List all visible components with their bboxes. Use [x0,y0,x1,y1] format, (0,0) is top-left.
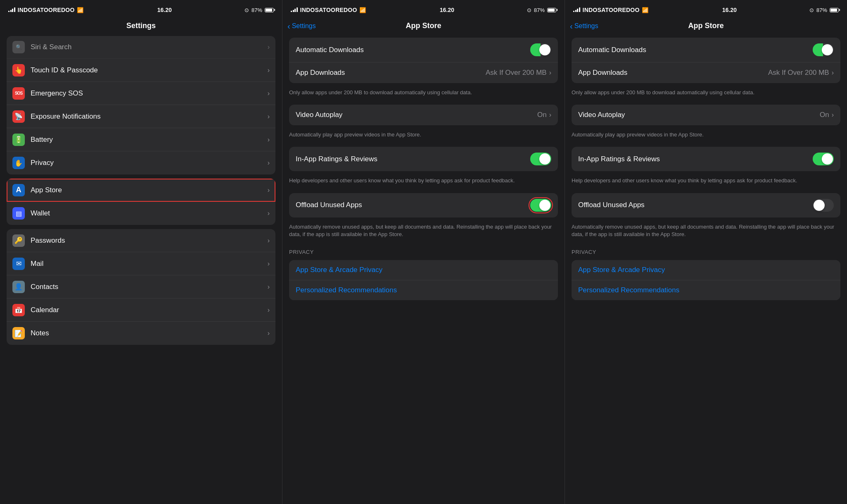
privacy-links-group-right: App Store & Arcade Privacy Personalized … [572,260,840,300]
arcade-privacy-link-right[interactable]: App Store & Arcade Privacy [572,260,840,280]
video-group-right: Video Autoplay On › [572,105,840,125]
battery-icon-left [265,8,274,12]
ratings-desc-right: Help developers and other users know wha… [565,174,847,189]
video-chevron-right: › [832,111,834,119]
settings-row-emergency[interactable]: SOS Emergency SOS › [7,82,275,105]
personalized-link-right[interactable]: Personalized Recommendations [572,280,840,300]
carrier-left: INDOSATOOREDOO 📶 [8,7,85,13]
nav-bar-right: ‹ Settings App Store [565,18,847,34]
privacy-section-label-right: PRIVACY [565,243,847,257]
settings-row-battery[interactable]: 🔋 Battery › [7,128,275,151]
battery-chevron: › [268,136,270,143]
auto-dl-row-middle[interactable]: Automatic Downloads [289,38,558,62]
video-row-right[interactable]: Video Autoplay On › [572,105,840,125]
appstore-icon: A [12,184,25,196]
auto-dl-toggle-right[interactable] [813,43,834,56]
right-panel: INDOSATOOREDOO 📶 16.20 ⊙ 87% ‹ Settings … [565,0,847,504]
battery-pct-left: 87% [251,7,262,13]
settings-row-touchid[interactable]: 👆 Touch ID & Passcode › [7,59,275,82]
offload-row-middle[interactable]: Offload Unused Apps [289,193,558,217]
offload-desc-right: Automatically remove unused apps, but ke… [565,221,847,243]
settings-row-calendar[interactable]: 📅 Calendar › [7,299,275,322]
back-label-middle: Settings [292,22,316,30]
personalized-link-middle[interactable]: Personalized Recommendations [289,280,558,300]
video-label-middle: Video Autoplay [296,111,537,119]
appstore-settings-right: Automatic Downloads App Downloads Ask If… [565,34,847,504]
offload-row-right[interactable]: Offload Unused Apps [572,193,840,217]
passwords-chevron: › [268,237,270,244]
exposure-icon: 📡 [12,110,25,123]
time-left: 16.20 [157,7,172,13]
settings-row-mail[interactable]: ✉ Mail › [7,252,275,275]
calendar-label: Calendar [31,306,268,314]
back-button-middle[interactable]: ‹ Settings [287,22,316,30]
back-chevron-right: ‹ [570,22,573,30]
video-chevron-middle: › [549,111,551,119]
battery-row-icon: 🔋 [12,134,25,146]
video-value-right: On [820,111,829,119]
wallet-label: Wallet [31,209,268,217]
video-desc-right: Automatically play app preview videos in… [565,129,847,143]
auto-dl-desc-right: Only allow apps under 200 MB to download… [565,86,847,101]
status-bar-left: INDOSATOOREDOO 📶 16.20 ⊙ 87% [0,0,282,18]
calendar-chevron: › [268,306,270,314]
app-dl-chevron-right: › [832,69,834,76]
status-right-right: ⊙ 87% [809,7,839,13]
offload-label-middle: Offload Unused Apps [296,201,530,209]
auto-dl-desc-middle: Only allow apps under 200 MB to download… [282,86,565,101]
video-row-middle[interactable]: Video Autoplay On › [289,105,558,125]
status-bar-right: INDOSATOOREDOO 📶 16.20 ⊙ 87% [565,0,847,18]
offload-toggle-middle[interactable] [530,199,551,212]
ratings-toggle-middle[interactable] [530,153,551,165]
status-bar-middle: INDOSATOOREDOO 📶 16.20 ⊙ 87% [282,0,565,18]
settings-row-appstore[interactable]: A App Store › [7,179,275,202]
time-middle: 16.20 [440,7,454,13]
back-button-right[interactable]: ‹ Settings [570,22,598,30]
offload-toggle-right[interactable] [813,199,834,212]
ratings-row-right[interactable]: In-App Ratings & Reviews [572,147,840,171]
wallet-chevron: › [268,210,270,217]
arcade-privacy-link-middle[interactable]: App Store & Arcade Privacy [289,260,558,280]
app-dl-label-middle: App Downloads [296,69,486,77]
settings-row-privacy[interactable]: ✋ Privacy › [7,151,275,174]
auto-dl-toggle-middle[interactable] [530,43,551,56]
section-group-3: 🔑 Passwords › ✉ Mail › 👤 Contacts › [7,229,275,345]
auto-dl-label-right: Automatic Downloads [578,46,813,54]
ratings-row-middle[interactable]: In-App Ratings & Reviews [289,147,558,171]
settings-row-notes[interactable]: 📝 Notes › [7,322,275,345]
arcade-privacy-label-right: App Store & Arcade Privacy [578,266,665,274]
app-dl-row-right[interactable]: App Downloads Ask If Over 200 MB › [572,62,840,83]
personalized-label-right: Personalized Recommendations [578,286,680,294]
settings-row-exposure[interactable]: 📡 Exposure Notifications › [7,105,275,128]
wifi-icon-middle: 📶 [359,7,366,13]
settings-row-passwords[interactable]: 🔑 Passwords › [7,229,275,252]
privacy-section-label-middle: PRIVACY [282,243,565,257]
siri-icon: 🔍 [12,41,25,53]
settings-row-contacts[interactable]: 👤 Contacts › [7,275,275,299]
offload-desc-middle: Automatically remove unused apps, but ke… [282,221,565,243]
touchid-icon: 👆 [12,64,25,76]
wifi-icon-right: 📶 [642,7,648,13]
ratings-label-right: In-App Ratings & Reviews [578,155,813,163]
settings-row-siri[interactable]: 🔍 Siri & Search › [7,36,275,59]
emergency-icon: SOS [12,87,25,100]
notes-icon: 📝 [12,327,25,339]
wallet-icon: ▤ [12,207,25,220]
contacts-icon: 👤 [12,281,25,293]
offload-group-middle: Offload Unused Apps [289,193,558,217]
video-group-middle: Video Autoplay On › [289,105,558,125]
section-group-2: A App Store › ▤ Wallet › [7,179,275,225]
ratings-toggle-right[interactable] [813,153,834,165]
auto-dl-label-middle: Automatic Downloads [296,46,530,54]
app-dl-label-right: App Downloads [578,69,768,77]
time-right: 16.20 [722,7,737,13]
offload-group-right: Offload Unused Apps [572,193,840,217]
carrier-middle: INDOSATOOREDOO 📶 [291,7,367,13]
auto-dl-row-right[interactable]: Automatic Downloads [572,38,840,62]
appstore-settings-middle: Automatic Downloads App Downloads Ask If… [282,34,565,504]
passwords-icon: 🔑 [12,234,25,247]
settings-row-wallet[interactable]: ▤ Wallet › [7,202,275,225]
battery-icon-middle [547,8,556,12]
app-dl-row-middle[interactable]: App Downloads Ask If Over 200 MB › [289,62,558,83]
appstore-nav-title-right: App Store [688,21,724,30]
